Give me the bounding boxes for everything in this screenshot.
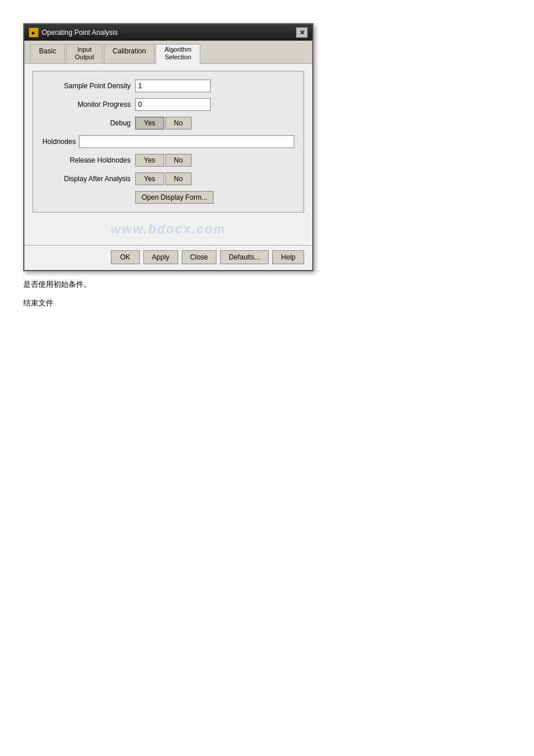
- sample-point-density-row: Sample Point Density: [42, 80, 294, 92]
- sample-point-density-input[interactable]: [135, 80, 211, 92]
- display-after-analysis-no-button[interactable]: No: [165, 172, 192, 185]
- release-holdnodes-yes-button[interactable]: Yes: [135, 154, 164, 167]
- monitor-progress-input[interactable]: [135, 98, 211, 111]
- tabs-bar: Basic Input Output Calibration Algorithm…: [24, 41, 312, 64]
- tab-basic[interactable]: Basic: [30, 44, 65, 63]
- sample-point-density-label: Sample Point Density: [42, 82, 135, 90]
- debug-row: Debug Yes No: [42, 117, 294, 129]
- debug-btn-group: Yes No: [135, 117, 192, 129]
- note-1: 是否使用初始条件。: [23, 279, 511, 290]
- title-bar-left: ► Operating Point Analysis: [29, 28, 118, 37]
- debug-no-button[interactable]: No: [165, 117, 192, 129]
- display-after-analysis-btn-group: Yes No: [135, 172, 192, 185]
- release-holdnodes-no-button[interactable]: No: [165, 154, 192, 167]
- ok-button[interactable]: OK: [111, 250, 140, 264]
- dialog-window: ► Operating Point Analysis ✕ Basic Input…: [23, 23, 313, 271]
- open-display-form-row: Open Display Form...: [42, 191, 294, 204]
- defaults-button[interactable]: Defaults...: [220, 250, 269, 264]
- inner-panel: Sample Point Density Monitor Progress De…: [33, 71, 304, 213]
- debug-yes-button[interactable]: Yes: [135, 117, 164, 129]
- close-button[interactable]: ✕: [296, 27, 308, 38]
- monitor-progress-row: Monitor Progress: [42, 98, 294, 111]
- help-button[interactable]: Help: [272, 250, 304, 264]
- holdnodes-label: Holdnodes: [42, 138, 79, 146]
- apply-button[interactable]: Apply: [143, 250, 178, 264]
- tab-algorithm-selection[interactable]: Algorithm Selection: [156, 44, 200, 64]
- holdnodes-input[interactable]: [79, 135, 294, 148]
- holdnodes-row: Holdnodes: [42, 135, 294, 148]
- note-2: 结束文件: [23, 298, 511, 308]
- release-holdnodes-btn-group: Yes No: [135, 154, 192, 167]
- debug-label: Debug: [42, 119, 135, 127]
- watermark: www.bdocx.com: [33, 218, 304, 238]
- footer-buttons: OK Apply Close Defaults... Help: [24, 245, 312, 270]
- open-display-form-button[interactable]: Open Display Form...: [135, 191, 214, 204]
- dialog-body: Sample Point Density Monitor Progress De…: [24, 64, 312, 245]
- display-after-analysis-label: Display After Analysis: [42, 175, 135, 183]
- title-bar: ► Operating Point Analysis ✕: [24, 24, 312, 41]
- release-holdnodes-row: Release Holdnodes Yes No: [42, 154, 294, 167]
- release-holdnodes-label: Release Holdnodes: [42, 156, 135, 164]
- tab-input-output[interactable]: Input Output: [66, 44, 103, 63]
- dialog-title: Operating Point Analysis: [42, 28, 118, 37]
- close-dialog-button[interactable]: Close: [182, 250, 217, 264]
- display-after-analysis-yes-button[interactable]: Yes: [135, 172, 164, 185]
- app-icon: ►: [29, 28, 38, 37]
- display-after-analysis-row: Display After Analysis Yes No: [42, 172, 294, 185]
- tab-calibration[interactable]: Calibration: [104, 44, 154, 63]
- monitor-progress-label: Monitor Progress: [42, 100, 135, 109]
